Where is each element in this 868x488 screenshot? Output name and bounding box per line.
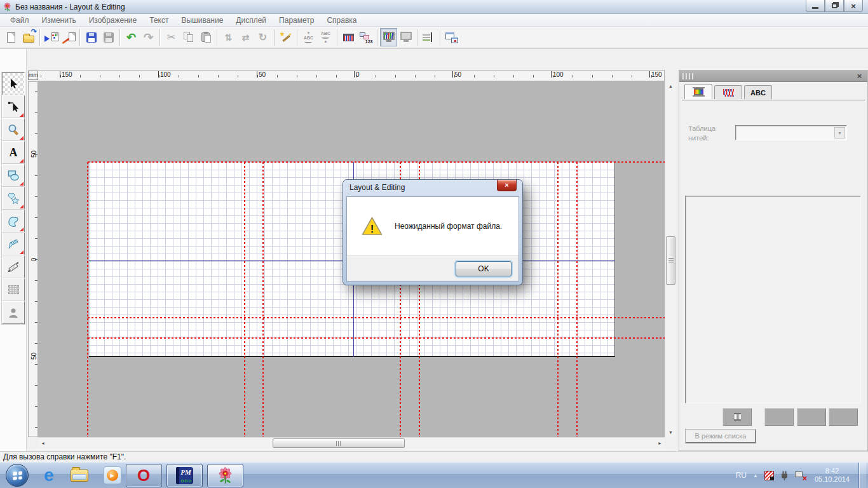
freehand-shape-icon [7,215,20,227]
hoop-guide-horizontal [88,161,665,163]
cut-button[interactable]: ✂ [163,28,180,46]
thread-button-3[interactable] [797,408,826,426]
fit-text-arch-up-button[interactable]: ABC▲ [317,28,334,46]
tool-manual-punch[interactable] [2,233,25,255]
menu-option[interactable]: Параметр [273,14,320,27]
start-button[interactable] [6,464,29,487]
thread-color-list[interactable] [685,196,861,403]
tool-portrait[interactable] [2,301,25,324]
taskbar-opera-button[interactable]: O [126,464,162,487]
dialog-close-button[interactable]: × [497,180,517,191]
close-icon: × [851,2,856,10]
scroll-right-arrow[interactable]: ► [655,438,665,449]
sewing-attributes-panel: × ABC Таблица нитей: ▼ В режим списка [679,70,868,451]
menu-edit[interactable]: Изменить [36,14,83,27]
save-button[interactable] [83,28,100,46]
list-mode-button[interactable]: В режим списка [686,430,756,443]
stitch-view-button[interactable] [397,28,414,46]
stitch-simulator-button[interactable] [420,28,437,46]
menu-image[interactable]: Изображение [83,14,144,27]
scroll-left-arrow[interactable]: ◄ [38,438,48,449]
vertical-scrollbar[interactable]: ▲ ▼ [665,81,675,437]
tool-stitch-edit[interactable] [2,278,25,301]
sewing-order-icon: 123 [359,31,373,44]
sewing-order-button[interactable]: 123 [357,28,374,46]
tool-shapes[interactable] [2,164,25,187]
panel-close-icon[interactable]: × [855,71,864,81]
horizontal-scroll-thumb[interactable] [273,438,405,448]
stitch-edit-icon [8,285,19,294]
horizontal-scrollbar[interactable]: ◄ ► [38,437,665,449]
fit-text-arch-down-button[interactable]: ▼ABC [300,28,317,46]
thread-chart-button[interactable] [340,28,357,46]
scroll-up-arrow[interactable]: ▲ [665,81,676,91]
tab-divider [682,100,865,100]
close-button[interactable]: × [844,0,863,12]
flip-horizontal-button[interactable]: ⇄ [237,28,254,46]
dialog-message: Неожиданный формат файла. [395,222,502,231]
vertical-ruler: 50 0 50 [28,81,38,437]
thread-button-2[interactable] [764,408,794,426]
minimize-button[interactable] [806,0,825,12]
realistic-view-button[interactable] [380,28,397,46]
menu-file[interactable]: Файл [4,14,36,27]
reference-window-button[interactable] [443,28,460,46]
heart-star-icon [7,192,20,205]
rotate-button[interactable]: ↻ [254,28,271,46]
taskbar-stitch-creator-button[interactable]: PM [166,464,203,487]
write-to-card-button[interactable] [100,28,117,46]
system-tray: RU ▲ × 8:42 05.10.2014 [736,463,868,488]
thread-button-1[interactable] [722,408,752,426]
taskbar-layout-editing-button[interactable] [207,464,243,487]
media-player-icon[interactable]: ▶ [104,466,121,484]
menu-help[interactable]: Справка [320,14,363,27]
internet-explorer-icon[interactable]: e [44,466,54,484]
tool-point-edit[interactable] [2,95,25,118]
tab-thread-color[interactable] [684,84,712,99]
panel-tabs: ABC [684,85,772,100]
new-button[interactable] [3,28,20,46]
hruler-label: 100 [552,71,564,78]
menu-text[interactable]: Текст [143,14,175,27]
import-image-button[interactable] [60,28,77,46]
tool-saved-outlines[interactable] [2,187,25,210]
flip-vertical-button[interactable]: ⇅ [220,28,237,46]
scroll-down-arrow[interactable]: ▼ [665,428,676,437]
hruler-label: 150 [60,71,72,78]
import-design-button[interactable] [43,28,60,46]
auto-punch-button[interactable]: ★ ★ [277,28,294,46]
vertical-scroll-thumb[interactable] [666,236,675,285]
tool-zoom[interactable] [2,118,25,141]
tab-text-attributes[interactable]: ABC [744,85,772,99]
tray-chevron-icon[interactable]: ▲ [753,473,758,478]
ok-button[interactable]: OK [456,261,512,276]
rotate-icon: ↻ [259,32,267,43]
restore-button[interactable] [825,0,844,12]
undo-button[interactable]: ↶ [123,28,140,46]
network-tray-icon[interactable]: × [795,471,806,480]
show-desktop-button[interactable] [858,463,866,488]
antivirus-tray-icon[interactable] [764,471,774,480]
tool-measure[interactable] [2,255,25,278]
tool-select[interactable] [2,72,25,95]
copy-button[interactable] [180,28,197,46]
network-screen-icon [795,471,803,477]
menu-sew[interactable]: Вышивание [175,14,229,27]
power-plug-icon[interactable] [780,471,789,480]
open-button[interactable]: ↷ [20,28,37,46]
explorer-folder-icon[interactable] [71,470,88,482]
panel-grip-bar[interactable]: × [679,71,867,82]
paste-button[interactable] [197,28,214,46]
thread-chart-combobox[interactable]: ▼ [735,125,847,140]
clock[interactable]: 8:42 05.10.2014 [812,467,852,484]
tool-freehand[interactable] [2,210,25,233]
tab-stitch-attributes[interactable] [714,85,742,99]
redo-button[interactable]: ↷ [140,28,157,46]
menu-display[interactable]: Дисплей [229,14,273,27]
stitch-pattern-icon [723,89,734,97]
thread-button-4[interactable] [829,408,858,426]
language-indicator[interactable]: RU [736,471,747,480]
app-flower-icon [3,2,12,11]
combobox-dropdown-icon[interactable]: ▼ [834,127,845,139]
tool-text[interactable]: A [2,141,25,164]
